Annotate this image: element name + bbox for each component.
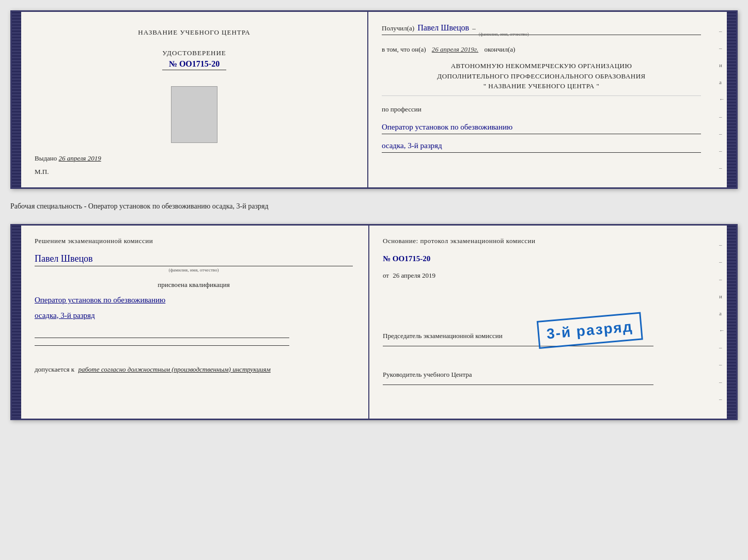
recipient-prefix: Получил(а)	[382, 24, 414, 33]
date-prefix-bottom: от	[383, 271, 389, 279]
sig-line-2	[35, 345, 289, 346]
bottom-doc-right: Основание: протокол экзаменационной коми…	[369, 226, 727, 419]
recipient-line: Получил(а) Павел Швецов – (фамилия, имя,…	[382, 23, 701, 35]
date-line: в том, что он(а) 26 апреля 2019г. окончи…	[382, 45, 701, 54]
fio-label-top: (фамилия, имя, отчество)	[479, 31, 529, 37]
separator-text: Рабочая специальность - Оператор установ…	[10, 198, 738, 215]
bottom-doc-left: Решением экзаменационной комиссии Павел …	[21, 226, 369, 419]
date-value: 26 апреля 2019г.	[432, 45, 478, 53]
rank-value-top: осадка, 3-й разряд	[382, 141, 701, 153]
director-label: Руководитель учебного Центра	[383, 370, 701, 379]
dash: –	[472, 24, 476, 33]
org-line1: АВТОНОМНУЮ НЕКОММЕРЧЕСКУЮ ОРГАНИЗАЦИЮ	[382, 61, 701, 71]
decision-title: Решением экзаменационной комиссии	[35, 237, 353, 245]
cert-number: № OO1715-20	[162, 59, 226, 70]
qual-value: Оператор установок по обезвоживанию	[35, 294, 353, 306]
person-name-block: Павел Швецов (фамилия, имя, отчество)	[35, 253, 353, 273]
issued-date: 26 апреля 2019	[59, 154, 101, 162]
top-document: НАЗВАНИЕ УЧЕБНОГО ЦЕНТРА УДОСТОВЕРЕНИЕ №…	[10, 10, 738, 189]
cert-label: УДОСТОВЕРЕНИЕ	[162, 49, 226, 57]
допускается-block: допускается к работе согласно должностны…	[35, 365, 353, 374]
date-prefix: в том, что он(а)	[382, 45, 426, 53]
sig-line-1	[35, 338, 289, 338]
org-line3: " НАЗВАНИЕ УЧЕБНОГО ЦЕНТРА "	[382, 81, 701, 91]
right-ticks-top: – – и а ← – – – –	[719, 17, 725, 182]
issued-line: Выдано 26 апреля 2019	[35, 154, 101, 163]
date-value-bottom: 26 апреля 2019	[393, 271, 435, 279]
profession-label: по профессии	[382, 105, 701, 114]
page-wrapper: НАЗВАНИЕ УЧЕБНОГО ЦЕНТРА УДОСТОВЕРЕНИЕ №…	[10, 10, 738, 420]
top-doc-right: Получил(а) Павел Швецов – (фамилия, имя,…	[368, 12, 727, 187]
допускается-prefix: допускается к	[35, 365, 74, 373]
profession-value: Оператор установок по обезвоживанию	[382, 123, 701, 134]
top-doc-left: НАЗВАНИЕ УЧЕБНОГО ЦЕНТРА УДОСТОВЕРЕНИЕ №…	[21, 12, 368, 187]
chairman-sig-line	[383, 346, 653, 346]
org-block: АВТОНОМНУЮ НЕКОММЕРЧЕСКУЮ ОРГАНИЗАЦИЮ ДО…	[382, 61, 701, 96]
director-block: Руководитель учебного Центра	[383, 363, 701, 390]
basis-title: Основание: протокол экзаменационной коми…	[383, 237, 701, 245]
rank-value-bottom: осадка, 3-й разряд	[35, 311, 353, 320]
protocol-date: от 26 апреля 2019	[383, 271, 701, 280]
issued-prefix: Выдано	[35, 154, 57, 162]
right-ticks-bottom: – – – и а ← – – – –	[719, 231, 725, 413]
recipient-name: Павел Швецов	[417, 23, 469, 33]
assigned-label: присвоена квалификация	[35, 281, 353, 289]
protocol-number: № OO1715-20	[383, 254, 701, 263]
director-sig-line	[383, 385, 653, 385]
person-name: Павел Швецов	[35, 253, 353, 266]
допускается-value: работе согласно должностным (производств…	[78, 365, 270, 373]
top-center-title: НАЗВАНИЕ УЧЕБНОГО ЦЕНТРА	[138, 28, 250, 37]
mp-label: М.П.	[35, 168, 49, 176]
signature-lines-left	[35, 330, 353, 353]
fio-label-bottom: (фамилия, имя, отчество)	[35, 267, 353, 273]
org-line2: ДОПОЛНИТЕЛЬНОГО ПРОФЕССИОНАЛЬНОГО ОБРАЗО…	[382, 71, 701, 82]
cert-block: УДОСТОВЕРЕНИЕ № OO1715-20	[162, 49, 226, 70]
date-suffix: окончил(а)	[484, 45, 515, 53]
photo-placeholder	[171, 86, 217, 143]
bottom-document: Решением экзаменационной комиссии Павел …	[10, 224, 738, 420]
